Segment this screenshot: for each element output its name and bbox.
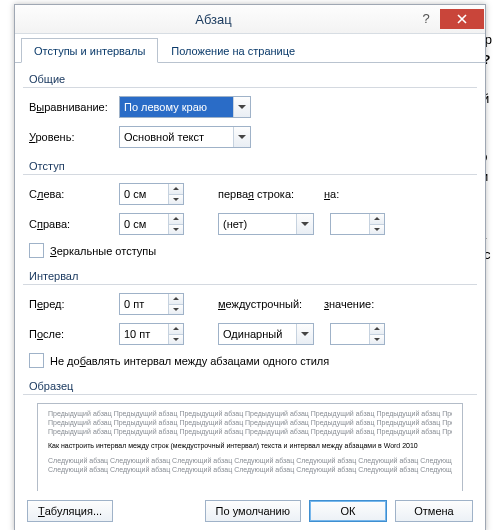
first-line-combo[interactable]: (нет) (218, 213, 314, 235)
spin-down-icon[interactable] (370, 334, 384, 345)
indent-right-label: Справа: (29, 218, 119, 230)
space-before-input[interactable] (120, 294, 168, 314)
space-before-spin[interactable] (119, 293, 184, 315)
tabs: Отступы и интервалы Положение на страниц… (15, 34, 485, 63)
group-general: Общие (23, 69, 477, 88)
indent-left-label: Слева: (29, 188, 119, 200)
spacing-at-spin[interactable] (330, 323, 385, 345)
no-space-same-style-label: Не добавлять интервал между абзацами одн… (50, 355, 329, 367)
spacing-at-label: значение: (324, 298, 394, 310)
chevron-down-icon (233, 127, 250, 147)
spin-down-icon[interactable] (169, 334, 183, 345)
indent-right-spin[interactable] (119, 213, 184, 235)
spin-up-icon[interactable] (370, 214, 384, 224)
spin-up-icon[interactable] (169, 214, 183, 224)
spin-down-icon[interactable] (169, 224, 183, 235)
spin-up-icon[interactable] (370, 324, 384, 334)
preview-box: Предыдущий абзац Предыдущий абзац Предыд… (37, 403, 463, 491)
tab-indents[interactable]: Отступы и интервалы (21, 38, 158, 63)
indent-by-spin[interactable] (330, 213, 385, 235)
line-spacing-combo[interactable]: Одинарный (218, 323, 314, 345)
group-indent: Отступ (23, 156, 477, 175)
group-preview: Образец (23, 376, 477, 395)
mirror-indents-checkbox[interactable] (29, 243, 44, 258)
dialog-title: Абзац (15, 12, 412, 27)
indent-left-input[interactable] (120, 184, 168, 204)
tab-position[interactable]: Положение на странице (158, 38, 308, 63)
mirror-indents-label: Зеркальные отступы (50, 245, 156, 257)
close-icon (457, 14, 467, 24)
chevron-down-icon (296, 324, 313, 344)
space-after-spin[interactable] (119, 323, 184, 345)
indent-by-label: на: (324, 188, 394, 200)
indent-left-spin[interactable] (119, 183, 184, 205)
chevron-down-icon (233, 97, 250, 117)
level-label: Уровень: (29, 131, 119, 143)
spin-up-icon[interactable] (169, 324, 183, 334)
spin-up-icon[interactable] (169, 294, 183, 304)
first-line-label: первая строка: (218, 188, 308, 200)
tabs-button[interactable]: Табуляция... (27, 500, 113, 522)
space-after-input[interactable] (120, 324, 168, 344)
spin-down-icon[interactable] (370, 224, 384, 235)
cancel-button[interactable]: Отмена (395, 500, 473, 522)
ok-button[interactable]: ОК (309, 500, 387, 522)
help-button[interactable]: ? (412, 9, 440, 29)
titlebar: Абзац ? (15, 5, 485, 34)
alignment-label: Выравнивание: (29, 101, 119, 113)
line-spacing-label: междустрочный: (218, 298, 308, 310)
space-after-label: После: (29, 328, 119, 340)
chevron-down-icon (296, 214, 313, 234)
paragraph-dialog: Абзац ? Отступы и интервалы Положение на… (14, 4, 486, 530)
spin-down-icon[interactable] (169, 304, 183, 315)
close-button[interactable] (440, 9, 484, 29)
no-space-same-style-checkbox[interactable] (29, 353, 44, 368)
alignment-combo[interactable]: По левому краю (119, 96, 251, 118)
spin-down-icon[interactable] (169, 194, 183, 205)
space-before-label: Перед: (29, 298, 119, 310)
default-button[interactable]: По умолчанию (205, 500, 301, 522)
dialog-body: Общие Выравнивание: По левому краю Урове… (15, 63, 485, 491)
group-spacing: Интервал (23, 266, 477, 285)
dialog-footer: Табуляция... По умолчанию ОК Отмена (15, 491, 485, 530)
indent-right-input[interactable] (120, 214, 168, 234)
spacing-at-input[interactable] (331, 324, 369, 344)
spin-up-icon[interactable] (169, 184, 183, 194)
indent-by-input[interactable] (331, 214, 369, 234)
level-combo[interactable]: Основной текст (119, 126, 251, 148)
